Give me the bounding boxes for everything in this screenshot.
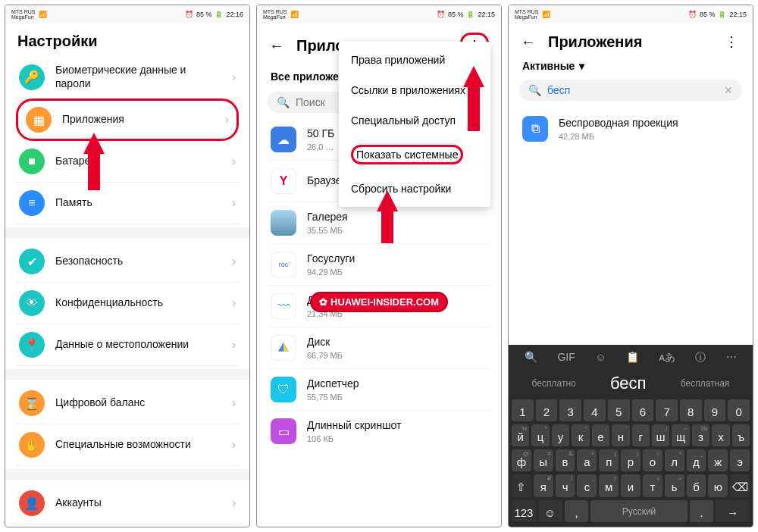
settings-item-storage[interactable]: ≡ Память ›: [16, 183, 239, 224]
key[interactable]: 6: [632, 399, 654, 421]
kb-gif-icon[interactable]: GIF: [557, 351, 575, 365]
key[interactable]: п(: [599, 449, 619, 471]
kb-sticker-icon[interactable]: ☺: [595, 351, 606, 365]
backspace-key[interactable]: ⌫: [730, 474, 750, 497]
apps-icon: ▦: [26, 107, 52, 133]
key[interactable]: ц*: [531, 424, 549, 446]
hourglass-icon: ⌛: [19, 390, 45, 416]
kb-search-icon[interactable]: 🔍: [525, 351, 537, 365]
search-input[interactable]: [547, 84, 718, 96]
key[interactable]: й%: [512, 424, 529, 446]
app-item[interactable]: гос Госуслуги 94,29 МБ: [268, 244, 490, 286]
app-item[interactable]: Диск 66,79 МБ: [268, 327, 490, 369]
suggestion-main[interactable]: бесп: [610, 374, 647, 393]
settings-item-apps[interactable]: ▦ Приложения ›: [23, 105, 232, 134]
kb-more-icon[interactable]: ⋯: [726, 351, 737, 365]
app-item[interactable]: 🛡 Диспетчер 55,75 МБ: [268, 369, 490, 411]
period-key[interactable]: .: [690, 500, 714, 522]
key[interactable]: а+: [577, 449, 597, 471]
key[interactable]: 9: [704, 399, 726, 421]
app-item[interactable]: ▭ Длинный скриншот 106 КБ: [268, 411, 490, 452]
key[interactable]: ч!: [556, 474, 575, 497]
key[interactable]: х: [712, 424, 729, 446]
key[interactable]: 7: [656, 399, 678, 421]
kb-info-icon[interactable]: ⓘ: [695, 351, 706, 365]
back-button[interactable]: ←: [521, 34, 536, 49]
key[interactable]: 0: [728, 399, 750, 421]
settings-item-google[interactable]: G Google ›: [16, 524, 239, 527]
key[interactable]: г;: [632, 424, 650, 446]
key[interactable]: ъ: [732, 424, 750, 446]
key[interactable]: к": [572, 424, 589, 446]
menu-item-show-system[interactable]: Показать системные: [339, 136, 490, 174]
kb-clipboard-icon[interactable]: 📋: [626, 351, 639, 365]
app-item-result[interactable]: ⧉ Беспроводная проекция 42,28 МБ: [519, 107, 742, 151]
key[interactable]: 4: [584, 399, 606, 421]
key[interactable]: з№: [692, 424, 709, 446]
key[interactable]: о=: [643, 449, 662, 471]
chevron-down-icon: ▾: [579, 60, 584, 72]
mode-key[interactable]: 123: [512, 500, 536, 522]
key[interactable]: р): [621, 449, 641, 471]
enter-key[interactable]: →: [716, 500, 750, 522]
menu-item-reset[interactable]: Сбросить настройки: [339, 174, 490, 204]
key[interactable]: ж: [708, 449, 728, 471]
key[interactable]: у-: [552, 424, 569, 446]
key[interactable]: 3: [559, 399, 581, 421]
emoji-key[interactable]: ☺: [538, 500, 562, 522]
settings-item-battery[interactable]: ■ Батарея ›: [16, 141, 239, 183]
key[interactable]: э: [730, 449, 750, 471]
key[interactable]: 5: [608, 399, 630, 421]
user-icon: 👤: [19, 490, 45, 516]
key[interactable]: ь>: [665, 474, 684, 497]
key[interactable]: ф@: [512, 449, 531, 471]
key[interactable]: в&: [556, 449, 575, 471]
chevron-right-icon: ›: [232, 70, 236, 84]
key[interactable]: м?: [599, 474, 619, 497]
key[interactable]: д_: [687, 449, 706, 471]
clock: 22:15: [729, 11, 747, 18]
suggestion[interactable]: бесплатная: [681, 378, 730, 389]
settings-item-location[interactable]: 📍 Данные о местоположении ›: [16, 324, 239, 366]
space-key[interactable]: Русский: [590, 500, 687, 522]
kb-suggestions: бесплатно бесп бесплатная: [509, 371, 753, 396]
key[interactable]: т<: [643, 474, 662, 497]
comma-key[interactable]: ,: [565, 500, 589, 522]
key[interactable]: ы#: [534, 449, 553, 471]
key[interactable]: б: [687, 474, 706, 497]
key[interactable]: н': [612, 424, 629, 446]
titlebar: ← Приложения ⋮: [509, 23, 753, 57]
key[interactable]: и.: [621, 474, 641, 497]
eye-icon: 👁: [19, 290, 45, 316]
key[interactable]: ю: [708, 474, 728, 497]
key[interactable]: я₽: [534, 474, 553, 497]
key-icon: 🔑: [19, 64, 45, 90]
key[interactable]: ш/: [652, 424, 669, 446]
filter-dropdown[interactable]: Активные ▾: [519, 57, 742, 75]
app-icon: 〰: [271, 293, 296, 319]
overflow-menu-button[interactable]: ⋮: [722, 33, 741, 51]
screen-settings: MTS RUS MegaFon 📶 ⏰ 85 % 🔋 22:16 Настрой…: [5, 5, 250, 527]
settings-item-digital-balance[interactable]: ⌛ Цифровой баланс ›: [16, 383, 239, 424]
key[interactable]: 8: [680, 399, 702, 421]
signal-icon: 📶: [39, 11, 47, 18]
key[interactable]: л^: [665, 449, 684, 471]
key[interactable]: 1: [512, 399, 534, 421]
settings-item-privacy[interactable]: 👁 Конфиденциальность ›: [16, 283, 239, 324]
search-box[interactable]: 🔍 ✕: [519, 80, 742, 101]
settings-item-accessibility[interactable]: ✋ Специальные возможности ›: [16, 424, 239, 466]
settings-item-accounts[interactable]: 👤 Аккаунты ›: [16, 483, 239, 524]
settings-item-security[interactable]: ✔ Безопасность ›: [16, 241, 239, 283]
clear-button[interactable]: ✕: [724, 84, 733, 96]
alarm-icon: ⏰: [437, 11, 445, 18]
shift-key[interactable]: ⇧: [512, 474, 531, 497]
key[interactable]: щ~: [672, 424, 689, 446]
arrow-annotation: [83, 133, 105, 154]
key[interactable]: е:: [592, 424, 609, 446]
back-button[interactable]: ←: [269, 38, 284, 53]
key[interactable]: 2: [536, 399, 558, 421]
key[interactable]: с,: [577, 474, 597, 497]
suggestion[interactable]: бесплатно: [532, 378, 576, 389]
kb-translate-icon[interactable]: ᴀあ: [659, 351, 675, 365]
settings-item-biometrics[interactable]: 🔑 Биометрические данные и пароли ›: [16, 56, 239, 99]
